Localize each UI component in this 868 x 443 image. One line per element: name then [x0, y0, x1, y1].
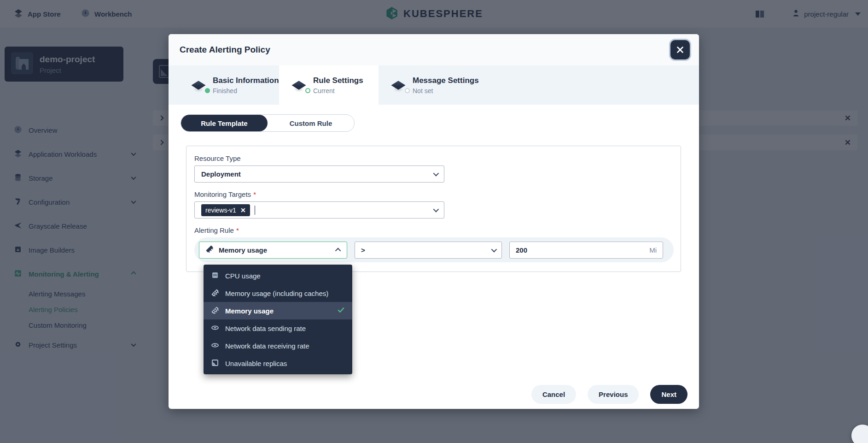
text-cursor	[255, 206, 255, 215]
comparator-value: >	[361, 246, 365, 254]
svg-text:CPU: CPU	[213, 274, 217, 277]
alerting-rule-row: Memory usage > 200 Mi	[194, 237, 674, 262]
dropdown-option-memory-usage[interactable]: Memory usage	[204, 302, 352, 319]
step-diamond-icon	[291, 80, 307, 91]
close-icon	[676, 46, 684, 54]
tab-rule-template[interactable]: Rule Template	[181, 115, 268, 131]
modal-header: Create Alerting Policy	[169, 34, 699, 65]
target-chip: reviews-v1 ✕	[201, 204, 250, 216]
dropdown-option-network-data-sending-rate[interactable]: Network data sending rate	[204, 319, 352, 337]
modal-title: Create Alerting Policy	[180, 45, 270, 55]
memory-icon	[211, 289, 219, 298]
dropdown-option-network-data-receiving-rate[interactable]: Network data receiving rate	[204, 337, 352, 354]
metric-value: Memory usage	[219, 246, 267, 254]
step-rule-settings[interactable]: Rule SettingsCurrent	[279, 65, 379, 105]
modal-footer: Cancel Previous Next	[531, 385, 687, 404]
step-diamond-icon	[390, 80, 406, 91]
dropdown-option-unavailable-replicas[interactable]: Unavailable replicas	[204, 354, 352, 372]
network-icon	[211, 341, 219, 351]
target-chip-label: reviews-v1	[205, 207, 236, 214]
close-button[interactable]	[670, 40, 690, 59]
memory-icon	[205, 245, 214, 255]
resource-type-select[interactable]: Deployment	[194, 165, 444, 183]
chevron-down-icon	[433, 207, 439, 213]
step-diamond-icon	[191, 80, 206, 91]
create-alerting-policy-modal: Create Alerting Policy Basic Information…	[169, 34, 699, 409]
rule-template-form: Resource Type Deployment Monitoring Targ…	[186, 146, 681, 272]
monitoring-targets-select[interactable]: reviews-v1 ✕	[194, 201, 444, 219]
step-basic-information[interactable]: Basic InformationFinished	[169, 65, 279, 105]
next-button[interactable]: Next	[650, 385, 687, 404]
chevron-down-icon	[433, 171, 439, 177]
network-icon	[211, 324, 219, 333]
threshold-unit: Mi	[649, 246, 657, 254]
step-message-settings[interactable]: Message SettingsNot set	[379, 65, 494, 105]
cpu-icon: CPU	[211, 271, 219, 281]
metric-select[interactable]: Memory usage	[199, 242, 347, 259]
wizard-steps: Basic InformationFinishedRule SettingsCu…	[169, 65, 699, 105]
replicas-icon	[211, 359, 219, 368]
previous-button[interactable]: Previous	[588, 385, 639, 404]
alerting-rule-label: Alerting Rule*	[194, 226, 673, 234]
resource-type-value: Deployment	[201, 170, 241, 178]
metric-dropdown: CPUCPU usageMemory usage (including cach…	[204, 265, 352, 374]
rule-mode-tabs: Rule TemplateCustom Rule	[181, 114, 355, 132]
threshold-input[interactable]: 200 Mi	[509, 242, 663, 259]
chevron-down-icon	[491, 246, 497, 252]
cancel-button[interactable]: Cancel	[531, 385, 576, 404]
resource-type-label: Resource Type	[194, 154, 673, 162]
threshold-value: 200	[516, 246, 527, 254]
dropdown-option-cpu-usage[interactable]: CPUCPU usage	[204, 267, 352, 284]
memory-icon	[211, 306, 219, 316]
tab-custom-rule[interactable]: Custom Rule	[268, 115, 354, 131]
remove-target-icon[interactable]: ✕	[240, 207, 246, 214]
dropdown-option-memory-usage-including-caches[interactable]: Memory usage (including caches)	[204, 284, 352, 302]
check-icon	[337, 306, 345, 315]
chevron-up-icon	[335, 248, 341, 254]
comparator-select[interactable]: >	[355, 242, 502, 259]
monitoring-targets-label: Monitoring Targets*	[194, 190, 673, 198]
